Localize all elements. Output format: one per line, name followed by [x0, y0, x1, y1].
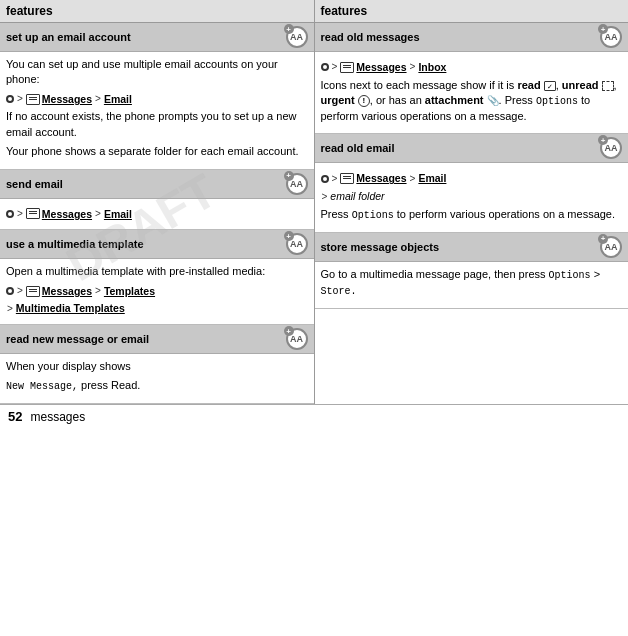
- unread-icon: [602, 81, 614, 91]
- read-bold: read: [517, 79, 540, 91]
- multimedia-nav-sub: > Multimedia Templates: [6, 301, 308, 316]
- nav-arrow-5: >: [17, 284, 23, 298]
- settings-icon-5: + A: [600, 137, 622, 159]
- section-multimedia-template-title: use a multimedia template: [6, 238, 144, 250]
- main-content: features set up an email account + A You…: [0, 0, 628, 404]
- multimedia-text-1: Open a multimedia template with pre-inst…: [6, 264, 308, 279]
- read-old-text: Icons next to each message show if it is…: [321, 78, 623, 125]
- section-read-old-email-header: read old email + A: [315, 134, 629, 163]
- plus-icon-4: +: [598, 24, 608, 34]
- nav-messages-label-3: Messages: [42, 284, 92, 299]
- left-column: features set up an email account + A You…: [0, 0, 315, 404]
- section-store-message-objects: store message objects + A Go to a multim…: [315, 233, 629, 309]
- messages-icon-5: [340, 173, 354, 184]
- read-new-text-1: When your display shows: [6, 359, 308, 374]
- nav-arrow-8: >: [332, 60, 338, 74]
- read-old-email-text: Press Options to perform various operati…: [321, 207, 623, 223]
- nav-arrow-4: >: [95, 207, 101, 221]
- nav-arrow-10: >: [332, 172, 338, 186]
- nav-messages-label-5: Messages: [356, 171, 406, 186]
- settings-icon-6: + A: [600, 236, 622, 258]
- urgent-bold: urgent: [321, 94, 355, 106]
- left-column-header: features: [0, 0, 314, 23]
- new-message-mono: New Message,: [6, 381, 78, 392]
- nav-arrow: >: [17, 92, 23, 106]
- messages-icon-3: [26, 286, 40, 297]
- page: DRAFT features set up an email account +…: [0, 0, 628, 428]
- settings-icon-0: + A: [286, 26, 308, 48]
- section-read-new-message-body: When your display shows New Message, pre…: [0, 354, 314, 403]
- nav-messages-label-4: Messages: [356, 60, 406, 75]
- nav-arrow-9: >: [410, 60, 416, 74]
- messages-icon-2: [26, 208, 40, 219]
- nav-multimedia-templates-label: Multimedia Templates: [16, 301, 125, 316]
- section-store-message-objects-header: store message objects + A: [315, 233, 629, 262]
- options-mono-2: Options: [352, 210, 394, 221]
- section-read-old-email-title: read old email: [321, 142, 395, 154]
- read-old-email-nav-sub: > email folder: [321, 189, 623, 204]
- store-mono: Store.: [321, 286, 357, 297]
- read-new-text-2: New Message, press Read.: [6, 378, 308, 394]
- right-column: features read old messages + A > Message…: [315, 0, 629, 404]
- nav-dot-4: [321, 63, 329, 71]
- nav-arrow-2: >: [95, 92, 101, 106]
- section-multimedia-template-header: use a multimedia template + A: [0, 230, 314, 259]
- nav-email-label-2: Email: [104, 207, 132, 222]
- nav-dot-2: [6, 210, 14, 218]
- urgent-icon: !: [358, 95, 370, 107]
- section-send-email: send email + A > Messages > Email: [0, 170, 314, 231]
- set-up-email-text-1: You can set up and use multiple email ac…: [6, 57, 308, 88]
- right-column-header: features: [315, 0, 629, 23]
- section-send-email-title: send email: [6, 178, 63, 190]
- nav-inbox-label: Inbox: [418, 60, 446, 75]
- section-store-message-objects-title: store message objects: [321, 241, 440, 253]
- nav-dot-3: [6, 287, 14, 295]
- section-read-new-message-header: read new message or email + A: [0, 325, 314, 354]
- nav-arrow-3: >: [17, 207, 23, 221]
- nav-arrow-11: >: [410, 172, 416, 186]
- section-send-email-body: > Messages > Email: [0, 199, 314, 230]
- section-set-up-email-header: set up an email account + A: [0, 23, 314, 52]
- attachment-icon: 📎: [487, 94, 499, 108]
- footer: 52 messages: [0, 404, 628, 428]
- messages-icon-4: [340, 62, 354, 73]
- section-store-message-objects-body: Go to a multimedia message page, then pr…: [315, 262, 629, 308]
- set-up-email-nav-1: > Messages > Email: [6, 92, 308, 107]
- plus-icon-2: +: [284, 231, 294, 241]
- section-read-new-message: read new message or email + A When your …: [0, 325, 314, 404]
- nav-arrow-12: >: [322, 190, 328, 204]
- nav-arrow-6: >: [95, 284, 101, 298]
- section-read-old-messages: read old messages + A > Messages > Inbox: [315, 23, 629, 134]
- section-read-old-email-body: > Messages > Email > email folder Press …: [315, 163, 629, 231]
- settings-icon-1: + A: [286, 173, 308, 195]
- nav-dot-5: [321, 175, 329, 183]
- settings-icon-3: + A: [286, 328, 308, 350]
- section-multimedia-template: use a multimedia template + A Open a mul…: [0, 230, 314, 325]
- nav-email-folder-label: email folder: [330, 189, 384, 204]
- read-old-nav: > Messages > Inbox: [321, 60, 623, 75]
- nav-dot: [6, 95, 14, 103]
- nav-messages-label: Messages: [42, 92, 92, 107]
- plus-icon-3: +: [284, 326, 294, 336]
- section-send-email-header: send email + A: [0, 170, 314, 199]
- store-message-text: Go to a multimedia message page, then pr…: [321, 267, 623, 299]
- nav-messages-label-2: Messages: [42, 207, 92, 222]
- section-read-new-message-title: read new message or email: [6, 333, 149, 345]
- section-read-old-email: read old email + A > Messages > Email: [315, 134, 629, 232]
- options-mono-3: Options: [549, 270, 591, 281]
- page-number: 52: [8, 409, 22, 424]
- section-set-up-email-body: You can set up and use multiple email ac…: [0, 52, 314, 169]
- read-icon: ✓: [544, 81, 556, 91]
- set-up-email-text-2: If no account exists, the phone prompts …: [6, 109, 308, 140]
- settings-icon-2: + A: [286, 233, 308, 255]
- nav-arrow-7: >: [7, 302, 13, 316]
- plus-icon-0: +: [284, 24, 294, 34]
- unread-bold: unread: [562, 79, 599, 91]
- read-old-email-nav: > Messages > Email: [321, 171, 623, 186]
- settings-icon-4: + A: [600, 26, 622, 48]
- set-up-email-text-3: Your phone shows a separate folder for e…: [6, 144, 308, 159]
- nav-email-label-3: Email: [418, 171, 446, 186]
- section-multimedia-template-body: Open a multimedia template with pre-inst…: [0, 259, 314, 324]
- nav-email-label: Email: [104, 92, 132, 107]
- section-set-up-email-title: set up an email account: [6, 31, 131, 43]
